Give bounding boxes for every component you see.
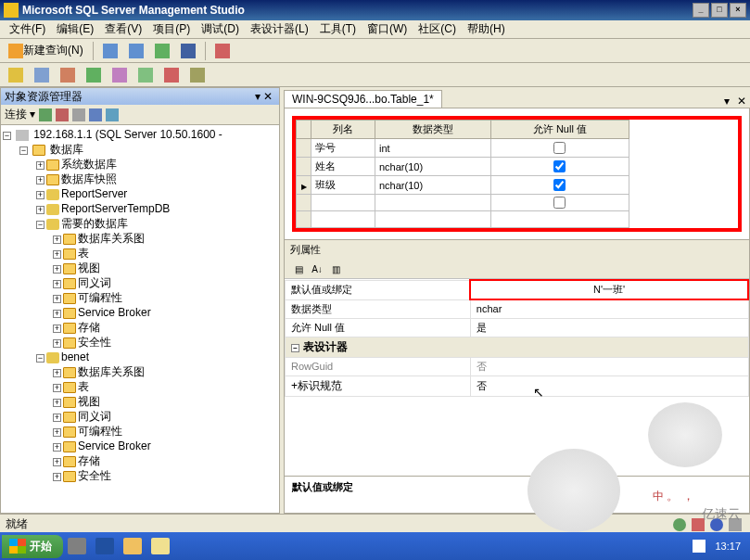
expand-icon[interactable]: + (53, 369, 61, 377)
prop-row[interactable]: 默认值或绑定 N'一班' (286, 280, 749, 299)
expand-icon[interactable]: + (53, 473, 61, 481)
tree-item[interactable]: +存储 (53, 320, 277, 335)
collapse-icon[interactable]: − (291, 344, 299, 352)
expand-icon[interactable]: + (53, 339, 61, 348)
expand-icon[interactable]: + (53, 265, 61, 274)
column-row[interactable]: 姓名 nchar(10) (297, 158, 629, 176)
menu-community[interactable]: 社区(C) (413, 19, 462, 39)
tree-item[interactable]: +数据库关系图 (53, 364, 277, 379)
menu-designer[interactable]: 表设计器(L) (245, 19, 314, 39)
expand-icon[interactable]: + (53, 443, 61, 452)
quicklaunch-item[interactable] (64, 534, 90, 558)
close-button[interactable]: × (730, 3, 746, 18)
tb-relation-button[interactable] (30, 65, 54, 85)
tb-save-button[interactable] (124, 41, 148, 61)
filter-icon[interactable] (89, 108, 102, 121)
tb-fulltext-button[interactable] (108, 65, 132, 85)
benet-node[interactable]: −benet (36, 350, 277, 364)
tray-icon[interactable] (693, 540, 706, 553)
prop-row[interactable]: 允许 Null 值 是 (286, 318, 749, 337)
tree-item[interactable]: +可编程性 (53, 424, 277, 439)
props-alpha-button[interactable]: A↓ (309, 261, 325, 276)
col-type-cell[interactable]: nchar(10) (375, 158, 490, 176)
col-type-cell[interactable]: nchar(10) (375, 176, 490, 195)
expand-icon[interactable]: + (53, 428, 61, 437)
tree-item[interactable]: +Service Broker (53, 439, 277, 453)
prop-category[interactable]: −表设计器 (286, 337, 749, 357)
tree-item[interactable]: +表 (53, 246, 277, 261)
maximize-button[interactable]: □ (711, 3, 728, 18)
stop-icon[interactable] (72, 108, 85, 121)
menu-tools[interactable]: 工具(T) (314, 19, 362, 39)
menu-file[interactable]: 文件(F) (4, 19, 51, 39)
tree-item[interactable]: +存储 (53, 453, 277, 468)
tree-item[interactable]: +数据库关系图 (53, 231, 277, 246)
tb-key-button[interactable] (4, 65, 28, 85)
tb-delete-button[interactable] (159, 65, 184, 85)
start-button[interactable]: 开始 (2, 535, 63, 558)
tb-save2-button[interactable] (176, 41, 200, 61)
expand-icon[interactable]: + (36, 176, 44, 185)
expand-icon[interactable]: + (36, 206, 44, 214)
tb-generate-button[interactable] (185, 65, 210, 85)
props-categorized-button[interactable]: ▤ (290, 261, 307, 276)
allow-null-checkbox[interactable] (553, 142, 566, 154)
column-definition-grid[interactable]: 列名 数据类型 允许 Null 值 学号 int 姓名 (296, 120, 629, 228)
reportserver-node[interactable]: +ReportServer (36, 186, 277, 201)
expand-icon[interactable]: + (53, 295, 61, 303)
collapse-icon[interactable]: − (3, 132, 11, 140)
tree-item[interactable]: +同义词 (53, 409, 277, 424)
object-explorer-tree[interactable]: − 192.168.1.1 (SQL Server 10.50.1600 - −… (1, 125, 279, 513)
expand-icon[interactable]: + (53, 458, 61, 466)
refresh-icon[interactable] (106, 108, 119, 121)
connect-button[interactable]: 连接 ▾ (5, 107, 35, 122)
column-row[interactable]: 班级 nchar(10) (297, 176, 629, 195)
tb-check-button[interactable] (82, 65, 106, 85)
collapse-icon[interactable]: − (36, 221, 44, 229)
expand-icon[interactable]: + (53, 384, 61, 392)
prop-value[interactable]: 否 (470, 375, 748, 396)
menu-window[interactable]: 窗口(W) (362, 19, 413, 39)
tree-item[interactable]: +安全性 (53, 468, 277, 483)
expand-icon[interactable]: + (53, 414, 61, 422)
expand-icon[interactable]: + (53, 310, 61, 318)
allow-null-checkbox[interactable] (553, 197, 566, 209)
expand-icon[interactable]: + (53, 325, 61, 333)
tree-item[interactable]: +同义词 (53, 275, 277, 290)
column-row-empty[interactable] (297, 195, 629, 211)
tree-item[interactable]: +安全性 (53, 335, 277, 350)
expand-icon[interactable]: + (291, 379, 298, 392)
taskbar-clock[interactable]: 13:17 (707, 541, 748, 552)
allow-null-checkbox[interactable] (553, 179, 566, 191)
minimize-button[interactable]: _ (693, 3, 709, 18)
document-tab[interactable]: WIN-9CSQ9J6...bo.Table_1* (284, 90, 442, 108)
tree-item[interactable]: +可编程性 (53, 290, 277, 305)
connect-icon[interactable] (39, 108, 52, 121)
expand-icon[interactable]: + (53, 235, 61, 244)
panel-close-button[interactable]: ✕ (261, 90, 275, 103)
tb-index-button[interactable] (56, 65, 80, 85)
prop-row[interactable]: RowGuid 否 (286, 357, 749, 375)
col-name-cell[interactable]: 姓名 (311, 158, 375, 176)
neededdb-node[interactable]: −需要的数据库 (36, 216, 277, 231)
collapse-icon[interactable]: − (36, 354, 44, 363)
expand-icon[interactable]: + (53, 280, 61, 288)
menu-debug[interactable]: 调试(D) (196, 19, 245, 39)
prop-value[interactable]: 是 (470, 318, 748, 337)
disconnect-icon[interactable] (56, 108, 69, 121)
column-row[interactable]: 学号 int (297, 139, 629, 158)
prop-value[interactable]: nchar (470, 299, 748, 318)
server-node[interactable]: − 192.168.1.1 (SQL Server 10.50.1600 - (3, 127, 277, 142)
tree-item[interactable]: +表 (53, 379, 277, 394)
expand-icon[interactable]: + (36, 161, 44, 170)
quicklaunch-item[interactable] (147, 534, 173, 558)
snapshot-node[interactable]: +数据库快照 (36, 172, 277, 186)
reportservertemp-node[interactable]: +ReportServerTempDB (36, 201, 277, 216)
tb-insert-button[interactable] (133, 65, 158, 85)
props-pages-button[interactable]: ▥ (327, 261, 344, 276)
prop-row[interactable]: +标识规范 否 (286, 375, 749, 396)
menu-project[interactable]: 项目(P) (147, 19, 196, 39)
databases-node[interactable]: − 数据库 (19, 142, 277, 157)
col-name-cell[interactable]: 学号 (311, 139, 375, 158)
tb-script-button[interactable] (150, 41, 174, 61)
